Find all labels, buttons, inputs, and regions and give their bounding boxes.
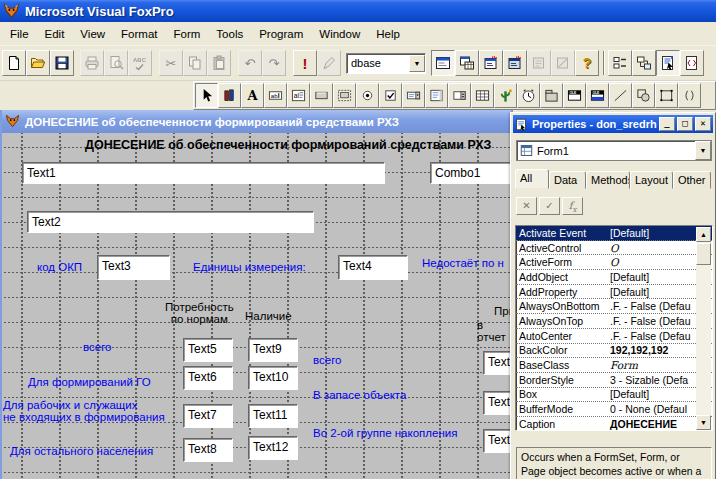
database-combo[interactable]: dbase ▼ (346, 53, 426, 74)
menu-format[interactable]: Format (113, 24, 165, 44)
property-grid[interactable]: Activate Event[Default] ActiveControlO A… (515, 225, 713, 431)
textbox-right2[interactable]: Text (483, 391, 511, 415)
spinner-control-button[interactable] (448, 83, 471, 108)
combo-box-control-button[interactable] (402, 83, 425, 108)
menu-help[interactable]: Help (368, 24, 408, 44)
grid-control-button[interactable] (471, 83, 494, 108)
tab-order-button[interactable] (608, 50, 632, 76)
textbox-text7[interactable]: Text7 (183, 404, 233, 428)
textbox-text4[interactable]: Text4 (338, 255, 408, 280)
label-kod-okp[interactable]: код ОКП (37, 261, 82, 273)
label-units[interactable]: Единицы измерения: (193, 261, 306, 273)
command-button-control-button[interactable] (310, 83, 333, 108)
label-dlya-ostalnogo[interactable]: Для остального населения (10, 445, 153, 457)
view-classes-button[interactable] (218, 83, 241, 108)
textbox-right3[interactable]: Text (483, 429, 511, 453)
label-nalichie[interactable]: Наличие (245, 310, 292, 322)
shape-control-button[interactable] (632, 83, 655, 108)
property-grid-scrollbar[interactable]: ▲ ▼ (696, 227, 711, 430)
property-row[interactable]: AddProperty[Default] (516, 285, 712, 300)
textbox-text3[interactable]: Text3 (97, 255, 170, 280)
label-potrebnost[interactable]: Потребность по нормам (165, 301, 234, 325)
menu-tools[interactable]: Tools (208, 24, 251, 44)
property-row[interactable]: Activate Event[Default] (516, 226, 712, 241)
ole-bound-control-button[interactable]: OLE (586, 83, 609, 108)
tab-methods[interactable]: Methods (586, 171, 630, 189)
line-control-button[interactable] (609, 83, 632, 108)
data-session-button[interactable] (455, 50, 479, 76)
object-selector-arrow-icon[interactable]: ▼ (695, 141, 711, 160)
property-row[interactable]: ActiveControlO (516, 241, 712, 256)
command-window-button[interactable] (479, 50, 503, 76)
textbox-text9[interactable]: Text9 (248, 338, 298, 362)
scroll-up-icon[interactable]: ▲ (696, 227, 711, 242)
help-button[interactable]: ? (575, 50, 599, 76)
textbox-text5[interactable]: Text5 (183, 338, 233, 362)
data-environment-button[interactable] (632, 50, 656, 76)
label-v-zapase[interactable]: В запасе объекта (313, 389, 406, 401)
check-box-control-button[interactable] (379, 83, 402, 108)
menu-edit[interactable]: Edit (37, 24, 73, 44)
property-row[interactable]: CaptionДОНЕСЕНИЕ (516, 417, 712, 431)
label-dlya-rabochih[interactable]: Для рабочих и служащих не входящих в фор… (3, 399, 165, 423)
database-combo-arrow-icon[interactable]: ▼ (409, 55, 425, 72)
label-vo-2oy[interactable]: Во 2-ой группе накопления (313, 427, 457, 439)
scroll-down-icon[interactable]: ▼ (696, 415, 711, 430)
open-button[interactable] (26, 50, 50, 76)
property-row[interactable]: BackColor192,192,192 (516, 344, 712, 359)
save-button[interactable] (50, 50, 74, 76)
label-v-otchet[interactable]: в отчет (477, 319, 511, 343)
label-vsego-right[interactable]: всего (313, 354, 341, 366)
select-objects-button[interactable] (195, 83, 218, 108)
textbox-text1[interactable]: Text1 (22, 162, 385, 184)
property-row[interactable]: ActiveFormO (516, 255, 712, 270)
property-row[interactable]: AddObject[Default] (516, 270, 712, 285)
menu-form[interactable]: Form (166, 24, 209, 44)
combo-combo1[interactable]: Combo1 (430, 162, 511, 184)
run-button[interactable]: ! (293, 50, 317, 76)
property-row[interactable]: BaseClassForm (516, 358, 712, 373)
container-control-button[interactable] (655, 83, 678, 108)
maximize-button[interactable]: □ (677, 117, 693, 131)
properties-titlebar[interactable]: Properties - don_sredrh _ □ ✕ (513, 115, 713, 133)
separator-control-button[interactable] (678, 83, 701, 108)
property-row[interactable]: AlwaysOnTop.F. - False (Defau (516, 314, 712, 329)
property-row[interactable]: AutoCenter.F. - False (Defau (516, 329, 712, 344)
code-window-button[interactable] (680, 50, 704, 76)
text-box-control-button[interactable]: ab (264, 83, 287, 108)
textbox-text8[interactable]: Text8 (183, 438, 233, 462)
property-row[interactable]: Box[Default] (516, 388, 712, 403)
textbox-text11[interactable]: Text11 (248, 404, 298, 428)
minimize-button[interactable]: _ (659, 117, 675, 131)
label-pri[interactable]: При (494, 305, 511, 317)
form-canvas[interactable]: ДОНЕСЕНИЕ об обеспеченности формирований… (2, 133, 511, 479)
option-group-control-button[interactable] (356, 83, 379, 108)
ole-container-control-button[interactable]: OLE (563, 83, 586, 108)
label-nedostaet[interactable]: Недостаёт по н (422, 257, 504, 269)
close-button[interactable]: ✕ (695, 117, 711, 131)
menu-window[interactable]: Window (311, 24, 368, 44)
timer-control-button[interactable] (517, 83, 540, 108)
property-row[interactable]: AlwaysOnBottom.F. - False (Defau (516, 299, 712, 314)
label-vsego-left[interactable]: всего (83, 341, 111, 353)
tab-data[interactable]: Data (549, 171, 586, 189)
scrollbar-thumb[interactable] (696, 243, 711, 265)
view-window-button[interactable] (503, 50, 527, 76)
textbox-text6[interactable]: Text6 (183, 366, 233, 390)
form-window-button[interactable] (431, 50, 455, 76)
menu-file[interactable]: File (2, 24, 37, 44)
property-row[interactable]: BufferMode0 - None (Defaul (516, 402, 712, 417)
tab-layout[interactable]: Layout (630, 171, 673, 189)
properties-window-button[interactable] (656, 50, 680, 76)
textbox-text12[interactable]: Text12 (248, 436, 298, 460)
form-designer-titlebar[interactable]: ДОНЕСЕНИЕ об обеспеченности формирований… (2, 110, 511, 133)
textbox-right1[interactable]: Text (483, 351, 511, 375)
object-selector-combo[interactable]: Form1 ▼ (516, 140, 712, 161)
tab-other[interactable]: Other (673, 171, 711, 189)
command-group-control-button[interactable] (333, 83, 356, 108)
edit-box-control-button[interactable]: al (287, 83, 310, 108)
menu-program[interactable]: Program (251, 24, 311, 44)
image-control-button[interactable] (494, 83, 517, 108)
new-button[interactable] (2, 50, 26, 76)
tab-all[interactable]: All (515, 169, 549, 189)
